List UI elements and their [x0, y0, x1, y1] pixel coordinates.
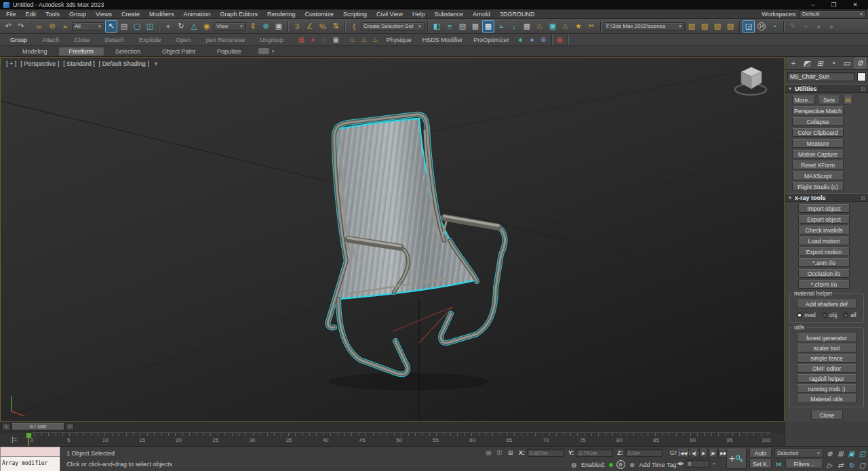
play-button[interactable]: ▶ [699, 449, 708, 457]
menu-item[interactable]: Tools [41, 11, 64, 18]
rendered-frame-icon[interactable]: ▣ [547, 20, 559, 33]
maxscript-status-icon[interactable]: ◍ [570, 461, 578, 469]
utils-button[interactable]: scaler tool [797, 344, 856, 352]
autobackup-count-icon[interactable]: 14 [755, 20, 768, 33]
menu-item[interactable]: Edit [21, 11, 41, 18]
angle-snap-icon[interactable]: ∠ [304, 20, 316, 33]
star-box-icon[interactable]: ∗ [307, 35, 319, 45]
utility-button[interactable]: Reset XForm [792, 161, 844, 169]
menu-item[interactable]: File [1, 11, 21, 18]
current-frame-field[interactable]: 0 [686, 459, 710, 468]
zoom-icon[interactable]: ⊕ [825, 448, 835, 459]
utility-button[interactable]: Collapse [792, 117, 844, 126]
red-table-icon[interactable]: ▦ [296, 35, 307, 45]
time-slider-thumb[interactable]: 0 / 100 [12, 423, 64, 430]
sets-button[interactable]: Sets [818, 96, 840, 104]
curve-editor-icon[interactable]: ≈ [495, 20, 507, 33]
percent-snap-icon[interactable]: % [317, 20, 329, 33]
xray-tools-rollout-header[interactable]: ▼ x-ray tools [785, 193, 868, 202]
tab-create-icon[interactable]: + [787, 58, 799, 68]
group-toolbar-button[interactable]: Open [169, 37, 199, 43]
viewport-menu-renderer[interactable]: [ Standard ] [63, 60, 95, 67]
group-toolbar-button[interactable]: pen Recursive [199, 37, 253, 43]
menu-item[interactable]: Create [117, 11, 144, 18]
teapot-2-icon[interactable]: ♨ [358, 35, 370, 45]
radio-option[interactable]: all [843, 312, 856, 319]
go-start-button[interactable]: |◀◀ [677, 449, 689, 457]
filters-button[interactable]: Filters... [785, 459, 823, 468]
menu-item[interactable]: Help [408, 11, 430, 18]
project-folder-dropdown[interactable]: F:\3ds Max 2022\scenes▼ [604, 22, 685, 30]
xray-tool-button[interactable]: *.anm i/o [798, 258, 850, 267]
teapot-3-icon[interactable]: ♨ [370, 35, 381, 45]
utility-button[interactable]: Color Clipboard [792, 128, 844, 137]
undo-icon[interactable]: ↶ [2, 20, 14, 33]
utils-button[interactable]: OMF editor [797, 364, 856, 373]
previous-frame-arrow[interactable]: ‹ [2, 423, 10, 430]
ribbon-tab[interactable]: Populate [207, 47, 252, 56]
close-utility-button[interactable]: Close [811, 411, 843, 419]
utils-button[interactable]: forest generator [797, 333, 856, 342]
add-time-tag-label[interactable]: Add Time Tag [639, 462, 677, 468]
render-setup-icon[interactable]: ▦ [521, 20, 533, 33]
time-configuration-icon[interactable]: ◔ [711, 460, 715, 468]
utility-button[interactable]: Measure [792, 139, 844, 148]
menu-item[interactable]: Group [64, 11, 91, 18]
snap-3d-icon[interactable]: 3 [291, 20, 303, 33]
ghost-icon[interactable]: ◌ [319, 35, 330, 45]
tab-motion-icon[interactable]: ◔ [827, 58, 839, 68]
bind-spacewarp-icon[interactable]: ≈ [59, 20, 71, 33]
ribbon-minimize-button[interactable]: ▼ [258, 48, 275, 54]
utilities-rollout-header[interactable]: ▼ Utilities [785, 84, 868, 93]
scene-explorer-icon[interactable]: ▦ [469, 20, 481, 33]
utils-button[interactable]: running mob :) [797, 384, 856, 393]
ribbon-tab[interactable]: Object Paint [152, 47, 205, 56]
frame-spinner-arrows[interactable]: ◀▶ [677, 461, 684, 466]
minimize-button[interactable]: – [811, 1, 814, 8]
tab-utilities-icon[interactable]: ⚙ [854, 58, 866, 68]
utility-button[interactable]: Perspective Match [792, 106, 844, 115]
absolute-mode-icon[interactable]: ⊞ [506, 449, 515, 457]
orbit-icon[interactable]: ↻ [846, 459, 856, 470]
viewport-menu-general[interactable]: [ + ] [6, 60, 16, 67]
schedule-icon[interactable]: ◔ [768, 20, 781, 33]
menu-item[interactable]: Rendering [262, 11, 300, 18]
key-mode-dropdown[interactable]: Selected ▼ [774, 449, 823, 457]
select-by-name-icon[interactable]: ▤ [118, 20, 130, 33]
utility-button[interactable]: Motion Capture [792, 150, 844, 159]
xray-tool-button[interactable]: *.cform i/o [798, 280, 850, 289]
material-editor-icon[interactable]: ♨ [534, 20, 546, 33]
prev-frame-button[interactable]: ◀| [690, 449, 698, 457]
scissors-icon[interactable]: ✂ [585, 20, 597, 33]
track-bar-ruler[interactable]: 0510152025303540455055606570758085909510… [27, 432, 771, 446]
teapot-1-icon[interactable]: ♨ [347, 35, 358, 45]
select-place-icon[interactable]: ◉ [201, 20, 213, 33]
radio-option[interactable]: med [797, 312, 816, 319]
plugin-button[interactable]: ProOptimizer [468, 37, 515, 43]
add-shaders-button[interactable]: Add shaders def [797, 300, 856, 308]
utility-button[interactable]: MAXScript [792, 171, 844, 180]
xray-tool-button[interactable]: Occlusion i/o [798, 269, 850, 278]
layer-explorer-icon[interactable]: ▤ [456, 20, 469, 33]
group-toolbar-button[interactable]: Ungroup [252, 37, 291, 43]
sphere-icon[interactable]: ● [526, 35, 538, 45]
menu-item[interactable]: Animation [178, 11, 215, 18]
pivot-center-icon[interactable]: ⇕ [247, 20, 259, 33]
next-frame-arrow[interactable]: › [66, 423, 74, 430]
schematic-view-icon[interactable]: ↓ [508, 20, 520, 33]
view-cube[interactable] [731, 63, 770, 101]
select-object-icon[interactable]: ↖ [105, 20, 117, 33]
ribbon-tab[interactable]: Modeling [12, 47, 58, 56]
mirror-icon[interactable]: ◧ [431, 20, 443, 33]
menu-item[interactable]: 3DGROUND [495, 11, 540, 18]
atom-icon[interactable]: ⊛ [538, 35, 549, 45]
menu-item[interactable]: Scripting [338, 11, 372, 18]
isolate-selection-icon[interactable]: ◎ [484, 449, 493, 457]
named-selection-sets-icon[interactable]: { [348, 20, 360, 33]
time-tag-globe-icon[interactable]: ⊛ [628, 461, 637, 469]
group-toolbar-button[interactable]: Explode [132, 37, 169, 43]
menu-item[interactable]: Views [91, 11, 117, 18]
zoom-extents-all-icon[interactable]: ◱ [857, 448, 867, 459]
group-toolbar-button[interactable]: Close [67, 37, 98, 43]
auto-key-button[interactable]: Auto [749, 449, 772, 457]
